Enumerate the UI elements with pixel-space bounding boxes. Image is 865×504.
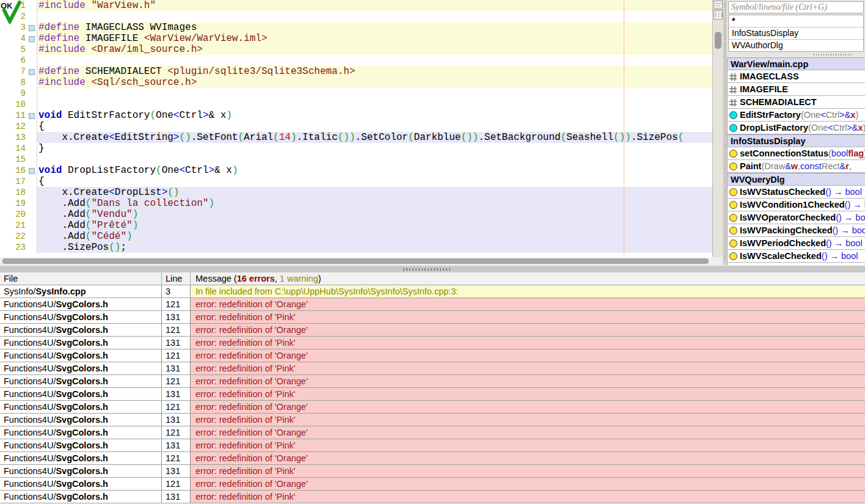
code-line[interactable]: 13 x.Create<EditString>().SetFont(Arial(… [0, 132, 712, 143]
code-line[interactable]: 19 .Add("Dans la collection") [0, 198, 712, 209]
column-header-file[interactable]: File [0, 272, 162, 285]
code-line[interactable]: 18 x.Create<DropList>() [0, 187, 712, 198]
text-segment [86, 77, 92, 88]
code-line[interactable]: 4#define IMAGEFILE <WarView/WarView.iml> [0, 33, 712, 44]
error-file-cell: Functions4U/SvgColors.h [0, 439, 162, 451]
column-header-line[interactable]: Line [162, 272, 191, 285]
code-line[interactable]: 11void EditStrFactory(One<Ctrl>& x) [0, 110, 712, 121]
text-segment: DropListFactory [740, 122, 808, 134]
code-line[interactable]: 6 [0, 55, 712, 66]
symbol-item[interactable]: DropListFactory(One<Ctrl>& x) [728, 122, 865, 134]
error-message-cell: error: redefinition of 'Pink' [191, 337, 865, 349]
text-segment: } [38, 143, 45, 154]
error-row[interactable]: Functions4U/SvgColors.h131error: redefin… [0, 465, 865, 478]
symbol-item[interactable]: IMAGEFILE [728, 83, 865, 96]
recent-symbol-item[interactable]: * [729, 15, 863, 27]
text-segment: ( [86, 209, 92, 220]
code-line[interactable]: 23 .SizePos(); [0, 242, 712, 253]
symbol-section-header[interactable]: WarView/main.cpp [728, 57, 865, 70]
code-line[interactable]: 10 [0, 99, 712, 110]
text-segment: x.Create [38, 132, 109, 143]
line-number: 4 [0, 33, 27, 44]
horizontal-splitter[interactable] [0, 265, 865, 272]
error-row[interactable]: Functions4U/SvgColors.h131error: redefin… [0, 311, 865, 324]
symbol-item[interactable]: EditStrFactory(One<Ctrl>& x) [728, 109, 865, 122]
vertical-splitter[interactable] [723, 0, 727, 265]
error-row[interactable]: Functions4U/SvgColors.h121error: redefin… [0, 452, 865, 465]
error-line-cell: 121 [162, 349, 191, 362]
error-line-cell: 131 [162, 439, 191, 451]
error-row[interactable]: Functions4U/SvgColors.h131error: redefin… [0, 388, 865, 401]
column-header-message[interactable]: Message (16 errors, 1 warning) [191, 272, 865, 285]
code-line[interactable]: 17{ [0, 176, 712, 187]
code-line[interactable]: 8#include <Sql/sch_source.h> [0, 77, 712, 88]
code-line[interactable]: 12{ [0, 121, 712, 132]
horizontal-scroll-thumb[interactable] [2, 258, 709, 264]
marker-slot [27, 187, 37, 198]
code-line[interactable]: 14} [0, 143, 712, 154]
error-row[interactable]: Functions4U/SvgColors.h121error: redefin… [0, 298, 865, 311]
vertical-scroll-thumb[interactable] [715, 32, 721, 49]
recent-symbol-item[interactable]: WVAuthorDlg [729, 40, 863, 52]
code-line[interactable]: 15 [0, 154, 712, 165]
code-text [37, 88, 712, 99]
line-gutter: 20 [0, 209, 37, 220]
error-row[interactable]: Functions4U/SvgColors.h121error: redefin… [0, 426, 865, 439]
error-row[interactable]: Functions4U/SvgColors.h131error: redefin… [0, 362, 865, 375]
code-line[interactable]: 1#include "WarView.h" [0, 0, 712, 11]
symbol-item[interactable]: IsWVOperatorChecked() → bool [728, 211, 865, 224]
method-icon [729, 227, 737, 235]
error-row[interactable]: Functions4U/SvgColors.h131error: redefin… [0, 439, 865, 452]
symbol-item[interactable]: setConnectionStatus(bool flag) [728, 147, 865, 160]
recent-symbol-list[interactable]: *InfoStatusDisplayWVAuthorDlg [728, 15, 864, 52]
symbol-item[interactable]: IsWVScaleChecked() → bool [728, 250, 865, 263]
marker-slot [27, 132, 37, 143]
code-line[interactable]: 3#define IMAGECLASS WVImages [0, 22, 712, 33]
error-message-cell: error: redefinition of 'Orange' [191, 478, 865, 490]
text-segment: IsWVOperatorChecked [740, 211, 836, 224]
text-segment [86, 44, 92, 55]
error-line-cell: 121 [162, 478, 191, 490]
symbol-item[interactable]: IMAGECLASS [728, 70, 865, 83]
split-vertical-button[interactable] [714, 10, 723, 20]
editor-vertical-scrollbar[interactable] [712, 0, 723, 265]
code-editor[interactable]: 1#include "WarView.h"23#define IMAGECLAS… [0, 0, 712, 265]
error-row[interactable]: Functions4U/SvgColors.h131error: redefin… [0, 414, 865, 426]
split-horizontal-button[interactable] [714, 1, 723, 10]
error-row[interactable]: Functions4U/SvgColors.h121error: redefin… [0, 401, 865, 414]
error-row[interactable]: Functions4U/SvgColors.h121error: redefin… [0, 324, 865, 337]
code-line[interactable]: 16void DropListFactory(One<Ctrl>& x) [0, 165, 712, 176]
file-name: SvgColors.h [56, 466, 108, 476]
recent-symbol-item[interactable]: InfoStatusDisplay [729, 27, 863, 40]
code-line[interactable]: 9 [0, 88, 712, 99]
code-line[interactable]: 7#define SCHEMADIALECT <plugin/sqlite3/S… [0, 66, 712, 77]
line-gutter: 5 [0, 44, 37, 55]
symbol-section-header[interactable]: WVQueryDlg [728, 173, 865, 186]
error-row[interactable]: Functions4U/SvgColors.h121error: redefin… [0, 375, 865, 388]
text-segment: < [109, 132, 115, 143]
symbol-section-header[interactable]: InfoStatusDisplay [728, 134, 865, 147]
error-row[interactable]: Functions4U/SvgColors.h121error: redefin… [0, 478, 865, 491]
navigator-splitter[interactable] [728, 52, 864, 57]
code-line[interactable]: 22 .Add("Cédé") [0, 231, 712, 242]
error-row[interactable]: Functions4U/SvgColors.h131error: redefin… [0, 337, 865, 349]
symbol-item[interactable]: IsWVStatusChecked() → bool [728, 186, 865, 199]
symbol-browser-list[interactable]: WarView/main.cppIMAGECLASSIMAGEFILESCHEM… [727, 57, 865, 265]
symbol-item[interactable]: Paint(Draw& w, const Rect& r, [728, 160, 865, 173]
editor-horizontal-scrollbar[interactable] [0, 257, 723, 265]
symbol-item[interactable]: IsWVPeriodChecked() → bool [728, 237, 865, 250]
code-line[interactable]: 21 .Add("Prêté") [0, 220, 712, 231]
line-number: 15 [0, 154, 27, 165]
error-table-header[interactable]: File Line Message (16 errors, 1 warning) [0, 272, 865, 285]
code-line[interactable]: 20 .Add("Vendu") [0, 209, 712, 220]
symbol-search-input[interactable] [728, 1, 864, 13]
symbol-item[interactable]: IsWVPackingChecked() → bool [728, 224, 865, 237]
code-line[interactable]: 5#include <Draw/iml_source.h> [0, 44, 712, 55]
code-line[interactable]: 2 [0, 11, 712, 22]
error-row[interactable]: Functions4U/SvgColors.h121error: redefin… [0, 349, 865, 362]
method-icon [729, 163, 737, 170]
symbol-item[interactable]: SCHEMADIALECT [728, 96, 865, 109]
error-row[interactable]: SysInfo/SysInfo.cpp3In file included fro… [0, 285, 865, 298]
error-row[interactable]: Functions4U/SvgColors.h131error: redefin… [0, 491, 865, 503]
symbol-item[interactable]: IsWVCondition1Checked() → bool [728, 199, 865, 211]
